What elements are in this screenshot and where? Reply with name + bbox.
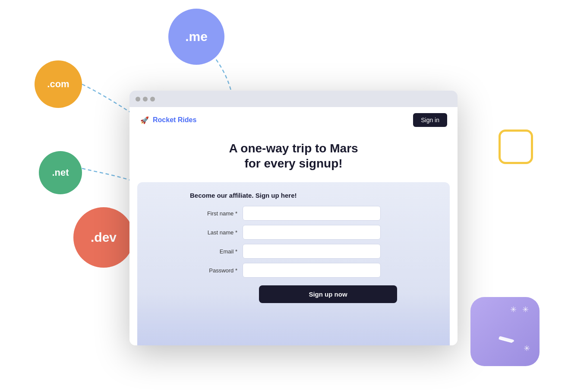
bubble-me: .me [168, 9, 224, 65]
sign-up-button[interactable]: Sign up now [259, 285, 397, 303]
input-password[interactable] [243, 263, 381, 278]
logo-text: Rocket Rides [153, 116, 196, 124]
hero-section: A one-way trip to Mars for every signup! [129, 133, 458, 175]
bubble-dev-label: .dev [91, 230, 117, 245]
hero-title-line1: A one-way trip to Mars [229, 142, 358, 155]
label-firstname: First name * [190, 210, 237, 217]
form-subtitle: Become our affiliate. Sign up here! [190, 192, 397, 199]
input-email[interactable] [243, 244, 381, 259]
scene: .me .com .net .dev 🚀 Rocket Rides Sign i… [0, 0, 587, 392]
browser-window: 🚀 Rocket Rides Sign in A one-way trip to… [129, 91, 458, 345]
hero-title-line2: for every signup! [244, 157, 342, 170]
bubble-com: .com [35, 60, 82, 108]
form-section: Become our affiliate. Sign up here! Firs… [137, 182, 450, 345]
label-lastname: Last name * [190, 229, 237, 236]
app-logo: 🚀 Rocket Rides [140, 115, 196, 125]
bubble-net: .net [39, 151, 82, 194]
browser-dot-3 [150, 97, 155, 101]
magic-card: ✳ ✳ ✳ [470, 297, 540, 366]
bubble-me-label: .me [185, 29, 208, 44]
browser-dot-2 [143, 97, 148, 101]
form-row-lastname: Last name * [190, 225, 397, 240]
bubble-com-label: .com [47, 79, 69, 90]
rocket-icon: 🚀 [140, 115, 149, 125]
label-email: Email * [190, 248, 237, 255]
browser-titlebar [129, 91, 458, 107]
sparkle-icon-2: ✳ [522, 305, 532, 314]
hero-title: A one-way trip to Mars for every signup! [140, 141, 447, 171]
form-row-firstname: First name * [190, 206, 397, 221]
browser-content: 🚀 Rocket Rides Sign in A one-way trip to… [129, 107, 458, 345]
browser-dot-1 [136, 97, 140, 101]
sparkle-icon-1: ✳ [510, 305, 520, 314]
sparkle-icon-3: ✳ [524, 344, 530, 353]
app-header: 🚀 Rocket Rides Sign in [129, 107, 458, 133]
form-row-email: Email * [190, 244, 397, 259]
form-row-password: Password * [190, 263, 397, 278]
sparkles-top: ✳ ✳ [510, 305, 532, 314]
sign-in-button[interactable]: Sign in [413, 113, 447, 127]
bubble-dev: .dev [73, 207, 134, 268]
magic-wand-icon [487, 314, 523, 349]
submit-row: Sign up now [190, 285, 397, 303]
input-firstname[interactable] [243, 206, 381, 221]
form-inner-wrap: Become our affiliate. Sign up here! Firs… [190, 192, 397, 303]
yellow-square-decoration [499, 130, 533, 164]
input-lastname[interactable] [243, 225, 381, 240]
label-password: Password * [190, 267, 237, 274]
bubble-net-label: .net [52, 167, 69, 178]
